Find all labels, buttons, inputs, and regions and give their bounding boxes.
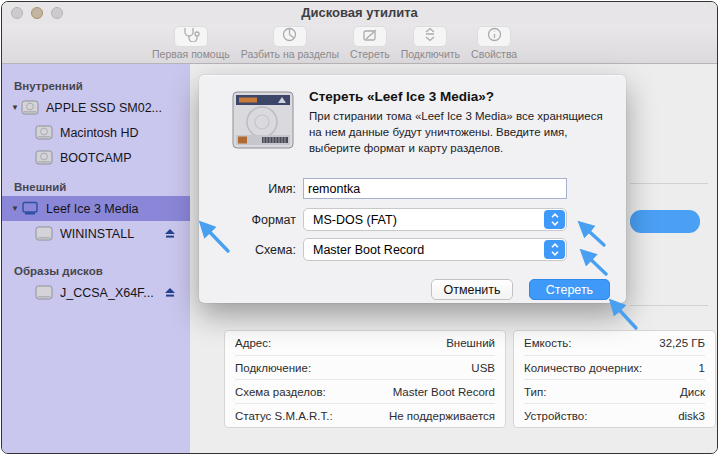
disclosure-triangle-icon[interactable]: ▼ [11, 204, 21, 213]
dialog-title: Стереть «Leef Ice 3 Media»? [309, 89, 494, 104]
partition-icon [282, 27, 297, 46]
mount-icon [424, 27, 436, 46]
eject-icon[interactable] [164, 287, 176, 301]
name-input[interactable] [303, 178, 567, 199]
sidebar-section-disk-images: Образы дисков [2, 262, 190, 280]
first-aid-label: Первая помощь [152, 48, 230, 60]
window-title: Дисковая утилита [2, 5, 717, 20]
info-label: Адрес: [235, 337, 271, 349]
external-drive-icon [21, 201, 39, 216]
name-field-label: Имя: [199, 182, 303, 196]
disclosure-triangle-icon[interactable]: ▼ [11, 103, 21, 112]
erase-toolbar-button[interactable] [353, 26, 387, 47]
info-row: Подключение: USB [235, 355, 495, 379]
sidebar-section-external: Внешний [2, 178, 190, 196]
volume-usage-bar [630, 210, 700, 233]
internal-drive-icon [35, 125, 53, 140]
cancel-button[interactable]: Отменить [431, 279, 513, 300]
scheme-dropdown[interactable]: Master Boot Record [303, 238, 567, 261]
sidebar-item-label: Macintosh HD [60, 126, 139, 140]
hard-drive-icon [232, 91, 294, 153]
scheme-dropdown-value: Master Boot Record [313, 243, 424, 257]
info-row: Статус S.M.A.R.T.: Не поддерживается [235, 403, 495, 427]
first-aid-icon [181, 27, 201, 46]
internal-drive-icon [35, 285, 53, 300]
sidebar-item-label: APPLE SSD SM02... [46, 101, 162, 115]
info-label: Подключение: [235, 362, 311, 374]
format-dropdown-value: MS-DOS (FAT) [313, 213, 397, 227]
sidebar-section-internal: Внутренний [2, 77, 190, 95]
sidebar-item-j-ccsa-x64f[interactable]: J_CCSA_X64F... [2, 280, 190, 305]
format-field-label: Формат [199, 213, 303, 227]
info-value: Внешний [446, 337, 495, 349]
partition-label: Разбить на разделы [241, 48, 339, 60]
info-value: 1 [699, 362, 705, 374]
info-row: Тип: Диск [524, 379, 705, 403]
eject-icon[interactable] [164, 228, 176, 242]
mount-button[interactable] [413, 26, 447, 47]
internal-drive-icon [21, 100, 39, 115]
format-dropdown[interactable]: MS-DOS (FAT) [303, 208, 567, 231]
divider [630, 305, 708, 306]
sidebar: Внутренний ▼ APPLE SSD SM02... Macintosh… [2, 64, 190, 454]
info-row: Устройство: disk3 [524, 403, 705, 427]
erase-dialog: Стереть «Leef Ice 3 Media»? При стирании… [199, 75, 626, 303]
info-label: Устройство: [524, 410, 587, 422]
info-row: Схема разделов: Master Boot Record [235, 379, 495, 403]
divider [630, 183, 708, 184]
info-value: Не поддерживается [389, 410, 495, 422]
info-value: Master Boot Record [393, 386, 495, 398]
info-button[interactable] [477, 26, 511, 47]
info-label: Тип: [524, 386, 546, 398]
dialog-message: При стирании тома «Leef Ice 3 Media» все… [309, 109, 615, 157]
sidebar-item-macintosh-hd[interactable]: Macintosh HD [2, 120, 190, 145]
device-info-table-right: Емкость: 32,25 ГБ Количество дочерних: 1… [513, 330, 716, 428]
sidebar-item-apple-ssd[interactable]: ▼ APPLE SSD SM02... [2, 95, 190, 120]
info-row: Адрес: Внешний [235, 331, 495, 355]
mount-label: Подключить [401, 48, 460, 60]
device-info-table-left: Адрес: Внешний Подключение: USB Схема ра… [224, 330, 506, 428]
chevron-up-down-icon [544, 210, 565, 229]
sidebar-item-label: WININSTALL [60, 227, 134, 241]
first-aid-button[interactable] [174, 26, 208, 47]
info-label: Статус S.M.A.R.T.: [235, 410, 333, 422]
sidebar-item-label: J_CCSA_X64F... [60, 286, 154, 300]
info-value: 32,25 ГБ [659, 337, 705, 349]
info-label: Свойства [471, 48, 517, 60]
sidebar-item-bootcamp[interactable]: BOOTCAMP [2, 145, 190, 170]
scheme-field-label: Схема: [199, 243, 303, 257]
toolbar: Первая помощь Разбить на разделы Стереть… [2, 24, 717, 64]
sidebar-item-label: Leef Ice 3 Media [46, 202, 138, 216]
info-label: Емкость: [524, 337, 571, 349]
chevron-up-down-icon [544, 240, 565, 259]
info-label: Количество дочерних: [524, 362, 642, 374]
internal-drive-icon [35, 150, 53, 165]
erase-icon [362, 28, 378, 46]
info-row: Емкость: 32,25 ГБ [524, 331, 705, 355]
info-label: Схема разделов: [235, 386, 326, 398]
sidebar-item-wininstall[interactable]: WININSTALL [2, 221, 190, 246]
partition-button[interactable] [273, 26, 307, 47]
info-value: USB [471, 362, 495, 374]
title-bar: Дисковая утилита [2, 2, 717, 24]
info-value: disk3 [678, 410, 705, 422]
internal-drive-icon [35, 226, 53, 241]
sidebar-item-leef-ice-3-media[interactable]: ▼ Leef Ice 3 Media [2, 196, 190, 221]
info-icon [487, 27, 502, 46]
info-value: Диск [680, 386, 705, 398]
sidebar-item-label: BOOTCAMP [60, 151, 132, 165]
erase-button[interactable]: Стереть [529, 279, 610, 300]
info-row: Количество дочерних: 1 [524, 355, 705, 379]
erase-toolbar-label: Стереть [350, 48, 390, 60]
disk-utility-window: Дисковая утилита Первая помощь Разбить н… [1, 1, 718, 454]
